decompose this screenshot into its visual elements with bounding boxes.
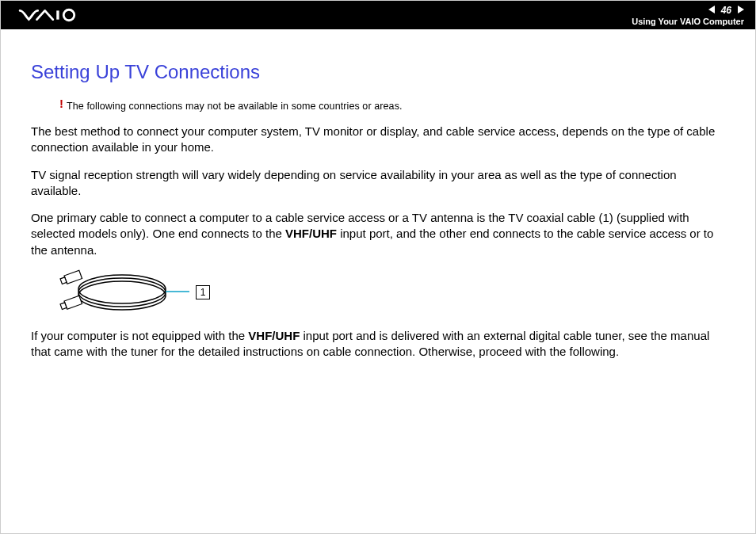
- page-content: Setting Up TV Connections ! The followin…: [1, 29, 755, 360]
- svg-point-6: [78, 281, 166, 310]
- p4-part-a: If your computer is not equipped with th…: [31, 329, 248, 342]
- vaio-logo: [15, 8, 94, 22]
- prev-page-icon[interactable]: [708, 5, 716, 16]
- svg-point-5: [78, 278, 166, 307]
- cable-figure: 1: [55, 269, 725, 315]
- figure-callout: 1: [196, 285, 210, 299]
- svg-marker-3: [738, 6, 744, 13]
- header-bar: 46 Using Your VAIO Computer: [1, 1, 755, 29]
- next-page-icon[interactable]: [736, 5, 744, 16]
- paragraph-1: The best method to connect your computer…: [31, 124, 725, 156]
- section-label: Using Your VAIO Computer: [632, 17, 744, 26]
- paragraph-4: If your computer is not equipped with th…: [31, 328, 725, 360]
- paragraph-3: One primary cable to connect a computer …: [31, 210, 725, 258]
- svg-marker-2: [708, 6, 715, 13]
- p4-bold: VHF/UHF: [248, 329, 300, 342]
- warning-icon: !: [59, 97, 63, 109]
- svg-point-1: [63, 10, 74, 21]
- svg-rect-0: [56, 10, 59, 19]
- coaxial-cable-icon: [55, 269, 189, 315]
- page-title: Setting Up TV Connections: [31, 61, 725, 83]
- svg-point-4: [78, 275, 166, 303]
- warning-text: The following connections may not be ava…: [67, 101, 403, 112]
- warning: ! The following connections may not be a…: [59, 101, 725, 113]
- page-number: 46: [721, 5, 731, 16]
- p3-bold: VHF/UHF: [285, 227, 337, 240]
- pager: 46: [708, 5, 744, 16]
- header-right: 46 Using Your VAIO Computer: [632, 5, 744, 26]
- paragraph-2: TV signal reception strength will vary w…: [31, 167, 725, 200]
